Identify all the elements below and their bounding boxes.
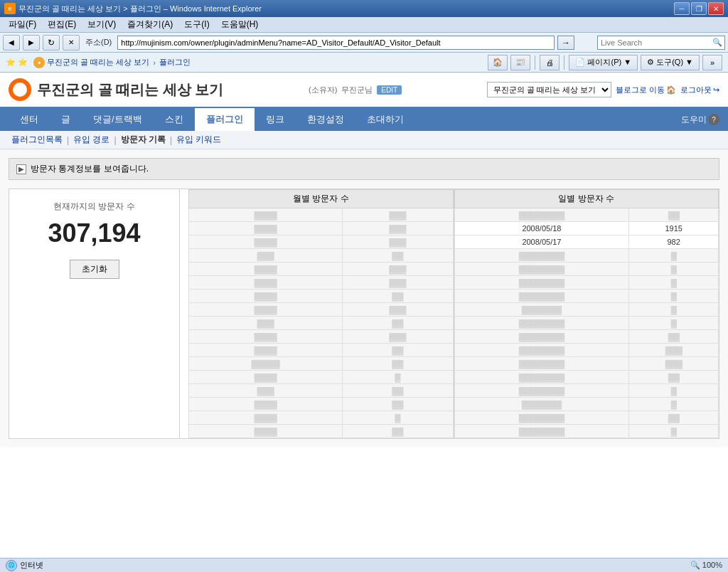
date-cell: ▓▓▓▓▓▓▓▓ bbox=[454, 263, 629, 276]
sub-nav-referrer[interactable]: 유입 경로 bbox=[70, 134, 112, 146]
menu-edit[interactable]: 편집(E) bbox=[42, 17, 82, 32]
edit-button[interactable]: EDIT bbox=[377, 85, 402, 95]
table-row: 2008/05/17 982 bbox=[454, 235, 719, 249]
logout-label: 로그아웃 bbox=[680, 85, 712, 95]
date-cell: ▓▓▓▓▓▓▓▓ bbox=[454, 317, 629, 330]
user-info: (소유자) 무진군님 EDIT bbox=[309, 85, 402, 95]
count-cell: ▓▓ bbox=[343, 425, 453, 438]
nav-link[interactable]: 링크 bbox=[255, 108, 296, 131]
nav-invite[interactable]: 초대하기 bbox=[355, 108, 415, 131]
toolbar-divider bbox=[535, 55, 535, 70]
stats-area: 현재까지의 방문자 수 307,194 초기화 월별 방문자 수 ▓▓▓▓▓▓▓… bbox=[9, 189, 719, 439]
reset-button[interactable]: 초기화 bbox=[70, 260, 119, 279]
print-button[interactable]: 🖨 bbox=[540, 55, 560, 70]
date-cell: ▓▓▓▓▓▓▓▓ bbox=[454, 384, 629, 398]
menu-bar: 파일(F) 편집(E) 보기(V) 즐겨찾기(A) 도구(I) 도움말(H) bbox=[0, 17, 728, 33]
menu-tools[interactable]: 도구(I) bbox=[178, 17, 215, 32]
month-cell: ▓▓▓▓ bbox=[189, 411, 343, 425]
blog-logo-small: ● bbox=[33, 57, 45, 68]
count-cell: ▓ bbox=[629, 425, 719, 438]
table-row: ▓▓▓▓▓▓▓▓▓▓ bbox=[454, 330, 719, 344]
home-toolbar-button[interactable]: 🏠 bbox=[488, 55, 508, 70]
rss-button[interactable]: 📰 bbox=[510, 55, 530, 70]
info-box: ▶ 방문자 통계정보를 보여줍니다. bbox=[9, 158, 719, 180]
help-badge: ? bbox=[708, 114, 719, 125]
date-cell: ▓▓▓▓▓▓▓▓ bbox=[454, 344, 629, 357]
nav-settings[interactable]: 환경설정 bbox=[296, 108, 355, 131]
address-input[interactable] bbox=[117, 36, 555, 50]
visitor-number: 307,194 bbox=[21, 218, 168, 248]
network-status: 인터넷 bbox=[20, 560, 43, 571]
visitor-label: 현재까지의 방문자 수 bbox=[21, 201, 168, 213]
table-row: ▓▓▓▓▓▓▓▓ bbox=[454, 398, 719, 411]
month-cell: ▓▓▓▓ bbox=[189, 425, 343, 438]
logo-icon bbox=[9, 78, 31, 101]
nav-posts[interactable]: 글 bbox=[50, 108, 82, 131]
tables-area: 월별 방문자 수 ▓▓▓▓▓▓▓ ▓▓▓▓▓▓▓ ▓▓▓▓▓▓▓ ▓▓▓▓▓ ▓… bbox=[188, 189, 719, 438]
blog-move-link[interactable]: 블로그로 이동 🏠 bbox=[616, 85, 676, 95]
menu-view[interactable]: 보기(V) bbox=[82, 17, 122, 32]
table-row: ▓▓▓▓▓▓▓▓▓▓ bbox=[454, 411, 719, 425]
sub-nav-keywords[interactable]: 유입 키워드 bbox=[173, 134, 224, 146]
refresh-button[interactable]: ↻ bbox=[43, 35, 60, 51]
page-button[interactable]: 📄 페이지(P) ▼ bbox=[569, 55, 638, 70]
count-cell: ▓ bbox=[629, 249, 719, 263]
minimize-button[interactable]: ─ bbox=[674, 2, 690, 15]
table-row: ▓▓▓▓▓▓ bbox=[189, 398, 454, 411]
month-cell: ▓▓▓▓ bbox=[189, 235, 343, 249]
month-cell: ▓▓▓▓▓ bbox=[189, 357, 343, 371]
go-button[interactable]: → bbox=[557, 36, 574, 50]
bookmarks-bar: ⭐ ⭐ ● 무진군의 골 때리는 세상 보기 › 플러그인 🏠 📰 🖨 📄 페이… bbox=[0, 53, 728, 73]
back-button[interactable]: ◀ bbox=[3, 35, 20, 51]
user-role: (소유자) bbox=[309, 85, 337, 95]
menu-file[interactable]: 파일(F) bbox=[3, 17, 42, 32]
blog-selector[interactable]: 무진군의 골 때리는 세상 보기 bbox=[487, 82, 611, 97]
breadcrumb-plugin: 플러그인 bbox=[159, 57, 191, 68]
table-row: ▓▓▓▓▓▓ bbox=[189, 344, 454, 357]
globe-icon: 🌐 bbox=[6, 560, 17, 571]
nav-center[interactable]: 센터 bbox=[9, 108, 50, 131]
expand-button[interactable]: » bbox=[702, 55, 722, 70]
stop-button[interactable]: ✕ bbox=[63, 35, 80, 51]
status-left: 🌐 인터넷 bbox=[6, 560, 43, 571]
sub-nav-visitor-log[interactable]: 방문자 기록 bbox=[118, 134, 168, 146]
title-bar-content: e 무진군의 골 때리는 세상 보기 > 플러그인 – Windows Inte… bbox=[4, 3, 262, 14]
window-controls: ─ ❐ ✕ bbox=[674, 2, 724, 15]
search-button[interactable]: 🔍 bbox=[710, 36, 724, 49]
month-cell: ▓▓▓▓ bbox=[189, 276, 343, 290]
window-title: 무진군의 골 때리는 세상 보기 > 플러그인 – Windows Intern… bbox=[18, 4, 262, 14]
count-cell: ▓▓ bbox=[629, 411, 719, 425]
sub-nav-plugin-list[interactable]: 플러그인목록 bbox=[9, 134, 65, 146]
nav-plugin[interactable]: 플러그인 bbox=[195, 108, 255, 131]
menu-help[interactable]: 도움말(H) bbox=[215, 17, 264, 32]
nav-comments[interactable]: 댓글/트랙백 bbox=[82, 108, 154, 131]
count-cell: ▓▓ bbox=[629, 208, 719, 222]
toolbar-right: 🏠 📰 🖨 📄 페이지(P) ▼ ⚙ 도구(Q) ▼ » bbox=[488, 55, 722, 70]
table-row: ▓▓▓▓▓▓▓▓▓▓ bbox=[454, 208, 719, 222]
table-row: ▓▓▓▓▓▓▓▓▓ bbox=[454, 425, 719, 438]
zoom-level: 🔍 100% bbox=[690, 561, 722, 570]
search-input[interactable] bbox=[598, 38, 710, 47]
favorites-star[interactable]: ⭐ ⭐ bbox=[6, 58, 28, 67]
table-row: ▓▓▓▓▓▓▓▓▓ bbox=[454, 317, 719, 330]
table-row: ▓▓▓▓▓▓▓ bbox=[189, 263, 454, 276]
date-cell: 2008/05/17 bbox=[454, 235, 629, 249]
forward-button[interactable]: ▶ bbox=[23, 35, 40, 51]
nav-help[interactable]: 도우미 ? bbox=[681, 114, 719, 126]
count-cell: ▓ bbox=[629, 303, 719, 317]
count-cell: ▓▓ bbox=[629, 330, 719, 344]
menu-favorites[interactable]: 즐겨찾기(A) bbox=[122, 17, 178, 32]
table-row: ▓▓▓▓▓▓▓ bbox=[189, 303, 454, 317]
zoom-icon: 🔍 bbox=[690, 561, 700, 569]
logo-icon-inner bbox=[13, 83, 27, 97]
close-button[interactable]: ✕ bbox=[708, 2, 724, 15]
restore-button[interactable]: ❐ bbox=[691, 2, 707, 15]
table-row: ▓▓▓▓▓▓▓▓ bbox=[454, 303, 719, 317]
count-cell: ▓▓▓ bbox=[629, 357, 719, 371]
info-toggle-button[interactable]: ▶ bbox=[16, 164, 26, 174]
nav-skin[interactable]: 스킨 bbox=[154, 108, 195, 131]
tools-button[interactable]: ⚙ 도구(Q) ▼ bbox=[641, 55, 700, 70]
date-cell: ▓▓▓▓▓▓▓▓ bbox=[454, 411, 629, 425]
table-row: ▓▓▓▓▓▓▓▓▓ bbox=[454, 384, 719, 398]
logout-link[interactable]: 로그아웃 ↪ bbox=[680, 85, 719, 95]
